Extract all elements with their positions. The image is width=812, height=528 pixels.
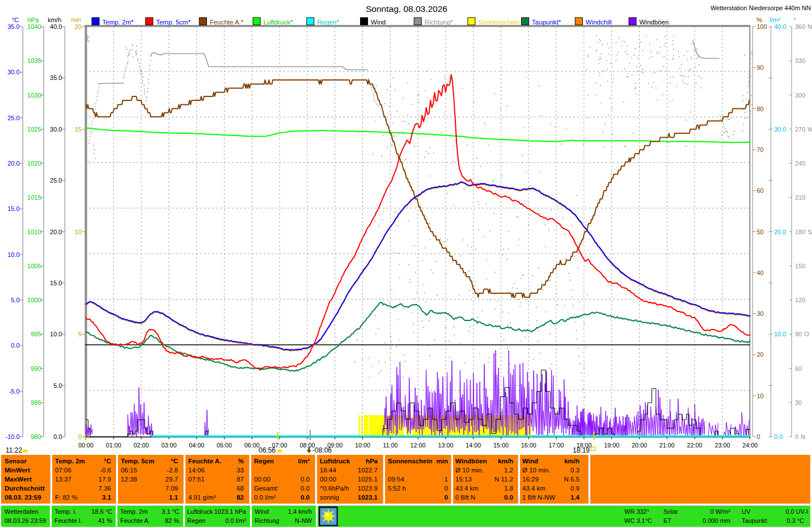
svg-text:15.0: 15.0 (50, 280, 62, 286)
svg-text:120: 120 (795, 297, 805, 303)
svg-text:l/m²: l/m² (769, 16, 780, 23)
svg-text:19:00: 19:00 (604, 442, 619, 449)
svg-text:10.0: 10.0 (50, 331, 62, 337)
svg-text:Windböen: Windböen (640, 19, 669, 26)
svg-text:16:00: 16:00 (521, 442, 536, 449)
svg-text:Temp. 2m*: Temp. 2m* (103, 19, 134, 26)
svg-text:330: 330 (795, 57, 805, 64)
svg-text:Taupunkt*: Taupunkt* (532, 19, 561, 26)
svg-text:°C: °C (12, 16, 19, 23)
svg-text:05:00: 05:00 (217, 442, 232, 449)
svg-text:25.0: 25.0 (7, 115, 19, 121)
svg-text:Richtung*: Richtung* (425, 19, 453, 26)
svg-text:22:00: 22:00 (687, 442, 703, 449)
svg-text:15.0: 15.0 (7, 205, 19, 212)
svg-text:1000: 1000 (27, 297, 41, 303)
svg-text:06:00: 06:00 (244, 442, 260, 449)
svg-text:24:00: 24:00 (742, 442, 758, 449)
svg-text:N: N (807, 23, 812, 30)
svg-text:12:00: 12:00 (411, 442, 426, 449)
svg-text:20.0: 20.0 (50, 229, 62, 235)
svg-text:20.0: 20.0 (774, 229, 786, 235)
svg-text:270: 270 (795, 126, 805, 133)
svg-text:20:00: 20:00 (632, 442, 647, 449)
svg-text:04:00: 04:00 (189, 442, 204, 449)
svg-text:1040: 1040 (27, 23, 41, 30)
svg-text:hPa: hPa (27, 16, 39, 23)
svg-text:15: 15 (75, 126, 82, 133)
svg-text:30: 30 (757, 310, 764, 317)
svg-text:35.0: 35.0 (7, 23, 19, 30)
svg-text:1020: 1020 (27, 160, 41, 167)
svg-text:10.0: 10.0 (774, 331, 786, 337)
svg-text:km/h: km/h (48, 16, 61, 23)
svg-text:20: 20 (75, 23, 82, 30)
svg-text:300: 300 (795, 92, 805, 99)
svg-text:10.0: 10.0 (7, 251, 19, 258)
svg-text:90: 90 (757, 64, 764, 71)
svg-text:1015: 1015 (27, 194, 41, 201)
svg-text:02:00: 02:00 (134, 442, 149, 449)
svg-text:40.0: 40.0 (774, 23, 786, 30)
svg-text:Wetterstation Niedersorpe 440m: Wetterstation Niedersorpe 440m NN (710, 5, 811, 11)
svg-text:30.0: 30.0 (774, 126, 786, 133)
svg-text:-5.0: -5.0 (9, 388, 20, 395)
svg-text:35.0: 35.0 (50, 74, 62, 81)
svg-text:18:19: 18:19 (573, 446, 590, 454)
svg-text:21:00: 21:00 (659, 442, 675, 449)
svg-text:-10.0: -10.0 (6, 433, 20, 440)
svg-text:min: min (71, 16, 81, 23)
svg-text:40: 40 (757, 269, 764, 276)
svg-text:0: 0 (757, 433, 760, 440)
svg-text:00:00: 00:00 (78, 442, 94, 449)
svg-text:5.0: 5.0 (53, 382, 62, 389)
svg-text:0: 0 (78, 433, 82, 440)
svg-text:%: % (756, 16, 762, 23)
svg-text:Windchill: Windchill (586, 19, 612, 26)
svg-text:60: 60 (795, 365, 802, 372)
svg-text:90: 90 (795, 331, 802, 337)
svg-text:210: 210 (795, 194, 805, 201)
svg-text:180: 180 (795, 229, 805, 235)
svg-text:W: W (807, 126, 812, 133)
svg-text:0.0: 0.0 (774, 433, 783, 440)
svg-text:240: 240 (795, 160, 805, 167)
svg-text:15:00: 15:00 (493, 442, 509, 449)
svg-text:13:00: 13:00 (438, 442, 453, 449)
svg-text:03:00: 03:00 (161, 442, 176, 449)
svg-text:30.0: 30.0 (7, 69, 19, 75)
svg-text:17:00: 17:00 (549, 442, 564, 449)
svg-text:11:00: 11:00 (383, 442, 397, 449)
svg-text:10: 10 (75, 229, 82, 235)
svg-text:Feuchte A.*: Feuchte A.* (210, 19, 244, 26)
svg-text:995: 995 (31, 331, 41, 337)
svg-text:1030: 1030 (27, 92, 41, 99)
svg-text:Regen*: Regen* (317, 19, 339, 26)
svg-text:30.0: 30.0 (50, 126, 62, 133)
svg-text:06:56: 06:56 (259, 446, 276, 454)
svg-text:10: 10 (757, 392, 764, 399)
svg-text:Sonntag, 08.03.2026: Sonntag, 08.03.2026 (366, 4, 447, 14)
svg-text:0.0: 0.0 (11, 342, 19, 349)
svg-text:5: 5 (78, 331, 82, 337)
svg-text:S: S (807, 229, 811, 235)
svg-text:30: 30 (795, 399, 802, 406)
svg-text:O: O (804, 331, 809, 337)
svg-text:100: 100 (757, 23, 767, 30)
svg-text:Wind: Wind (371, 19, 386, 26)
svg-text:50: 50 (757, 229, 764, 235)
svg-text:N: N (801, 433, 805, 440)
svg-text:0: 0 (795, 433, 798, 440)
svg-text:1010: 1010 (27, 229, 41, 235)
svg-text:°: ° (793, 16, 796, 23)
svg-text:40.0: 40.0 (50, 23, 62, 30)
svg-text:70: 70 (757, 146, 764, 153)
svg-text:Sonnenschein: Sonnenschein (478, 19, 519, 26)
svg-text:10:00: 10:00 (355, 442, 370, 449)
svg-text:990: 990 (31, 365, 41, 372)
svg-text:11:22: 11:22 (6, 446, 22, 454)
svg-text:-08:06: -08:06 (312, 446, 332, 454)
svg-text:980: 980 (31, 433, 41, 440)
svg-text:150: 150 (795, 263, 805, 269)
svg-text:20: 20 (757, 351, 764, 358)
